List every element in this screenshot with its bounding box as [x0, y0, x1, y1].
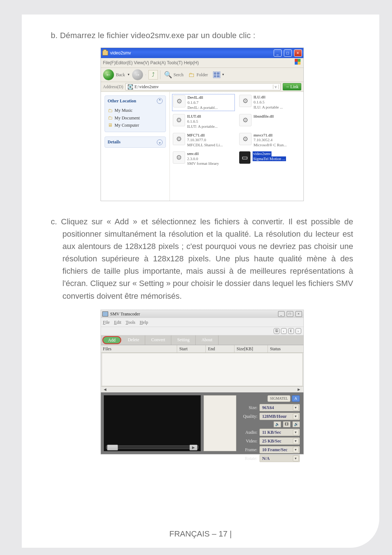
- menubar[interactable]: File(F)Editor(E) View(V) Pack(A) Tools(T…: [101, 58, 303, 68]
- scroll-left-icon[interactable]: ◄: [102, 387, 109, 392]
- folder-icon: [102, 50, 108, 56]
- tab-delete[interactable]: Delete: [122, 335, 145, 345]
- prev-icon[interactable]: ‹: [281, 328, 287, 334]
- col-size[interactable]: Size[KB]: [234, 345, 268, 352]
- dll-icon: ⚙: [173, 114, 185, 126]
- window-title: video2smv: [110, 51, 131, 55]
- chevron-down-icon[interactable]: ▾: [293, 456, 299, 461]
- folder-icon: 🗀: [108, 107, 113, 114]
- smv-menubar[interactable]: File Edit Tools Help: [101, 318, 303, 327]
- close-button[interactable]: ×: [295, 311, 302, 317]
- file-item-video2smv[interactable]: ▭ video2smvSigmaTel Motion ...: [239, 151, 301, 166]
- back-chevron-icon[interactable]: ▼: [127, 73, 130, 76]
- chevron-down-icon[interactable]: ▾: [293, 429, 299, 435]
- sigmatel-a-icon: A: [292, 395, 299, 402]
- address-label: Address(D): [103, 85, 123, 89]
- details-panel[interactable]: Details ⌄: [105, 136, 166, 148]
- side-item-music[interactable]: 🗀My Music: [108, 107, 163, 114]
- grid-body: [102, 353, 303, 386]
- other-location-panel[interactable]: Other Location ⌃ 🗀My Music 🗀My Document …: [105, 95, 166, 132]
- menu-tools[interactable]: Tools: [126, 319, 135, 326]
- address-input[interactable]: 💽 E:\video2smv v: [126, 83, 281, 90]
- col-start[interactable]: Start: [177, 345, 206, 352]
- next-icon[interactable]: ›: [295, 328, 301, 334]
- film-icon[interactable]: 🎞: [283, 421, 290, 427]
- folders-button[interactable]: 🗀 Folder: [187, 71, 209, 79]
- dll-icon: ⚙: [173, 95, 185, 107]
- chevron-down-icon[interactable]: ▾: [293, 438, 299, 444]
- col-status[interactable]: Status: [268, 345, 303, 352]
- size-select[interactable]: 96X64▾: [260, 404, 299, 411]
- seek-slider[interactable]: ▶: [106, 445, 199, 449]
- maximize-button[interactable]: □: [284, 49, 292, 57]
- file-item[interactable]: ⚙ msvcr71.dll7.10.3052.4Microsoft® C Run…: [239, 133, 301, 148]
- chevron-down-icon[interactable]: ▾: [293, 413, 299, 419]
- file-item[interactable]: ⚙ MFC71.dll7.10.3077.0MFCDLL Shared Li..…: [173, 133, 234, 148]
- chevron-down-icon[interactable]: ▾: [293, 447, 299, 453]
- app-icon: [102, 311, 108, 317]
- details-title: Details: [108, 139, 121, 145]
- lang-icon[interactable]: 🖻: [274, 328, 279, 334]
- file-item[interactable]: ⚙ libsndfile.dll: [239, 114, 301, 129]
- tab-convert[interactable]: Convert: [145, 335, 171, 345]
- scroll-right-icon[interactable]: ►: [295, 387, 303, 392]
- search-button[interactable]: 🔍 Serch: [163, 71, 185, 79]
- chevron-down-icon[interactable]: ▾: [293, 405, 299, 411]
- explorer-window: video2smv _ □ × File(F)Editor(E) View(V)…: [101, 48, 304, 201]
- lang-e-icon[interactable]: E: [288, 328, 294, 334]
- rotate-select[interactable]: N/A▾: [260, 455, 299, 462]
- tab-about[interactable]: About: [196, 335, 219, 345]
- go-label: Link: [290, 85, 299, 89]
- dll-icon: ⚙: [239, 95, 252, 107]
- dll-icon: ⚙: [239, 114, 252, 126]
- menu-edit[interactable]: Edit: [114, 319, 121, 326]
- minimize-button[interactable]: _: [278, 311, 285, 317]
- address-dropdown-icon[interactable]: v: [273, 85, 279, 89]
- col-files[interactable]: Files: [101, 345, 177, 352]
- video-label: Video:: [238, 439, 257, 443]
- side-item-computer[interactable]: 🖥My Computer: [108, 122, 163, 129]
- col-end[interactable]: End: [206, 345, 234, 352]
- side-item-label: My Document: [115, 115, 140, 121]
- folder-icon: 🗀: [188, 72, 195, 78]
- up-button[interactable]: ⤴: [148, 70, 158, 79]
- search-label: Serch: [173, 73, 183, 77]
- exe-icon: ▭: [239, 151, 250, 164]
- quality-label: Quality:: [238, 414, 257, 419]
- speaker-icon[interactable]: 🔊: [293, 421, 300, 427]
- side-item-document[interactable]: 🗀My Document: [108, 114, 163, 122]
- menubar-items[interactable]: File(F)Editor(E) View(V) Pack(A) Tools(T…: [103, 59, 199, 67]
- sigmatel-chip-icon: SIGMATEL: [268, 395, 290, 402]
- back-label: Back: [116, 73, 125, 77]
- expand-icon[interactable]: ⌄: [157, 139, 163, 145]
- file-item[interactable]: ⚙ ILUT.dll0.1.6.5ILUT: A portable...: [173, 114, 234, 129]
- view-button[interactable]: ▼: [212, 71, 226, 79]
- video-select[interactable]: 25 KB/Sec▾: [260, 437, 299, 445]
- tab-add[interactable]: Add: [102, 336, 122, 344]
- page-footer: FRANÇAIS – 17 |: [22, 529, 379, 539]
- slider-thumb[interactable]: [107, 445, 118, 450]
- go-button[interactable]: → Link: [283, 83, 301, 90]
- frame-label: Frame:: [238, 448, 257, 452]
- dll-icon: ⚙: [239, 133, 252, 145]
- file-item[interactable]: ⚙ ILU.dll0.1.6.5ILU: A portable ...: [239, 95, 301, 110]
- minimize-button[interactable]: _: [274, 49, 282, 57]
- audio-select[interactable]: 11 KB/Sec▾: [260, 429, 299, 436]
- close-button[interactable]: ×: [294, 49, 302, 57]
- frame-select[interactable]: 10 Frame/Sec▾: [260, 446, 299, 453]
- maximize-button[interactable]: □: [287, 311, 293, 317]
- quality-select[interactable]: 128MB/Hour▾: [260, 413, 299, 420]
- menu-file[interactable]: File: [103, 319, 110, 326]
- h-scrollbar[interactable]: ◄ ►: [101, 386, 303, 392]
- play-button[interactable]: ▶: [189, 445, 197, 450]
- file-item[interactable]: ⚙ DevIL.dll0.1.6.7DevIL: A portabl...: [173, 95, 234, 110]
- collapse-icon[interactable]: ⌃: [157, 98, 163, 104]
- back-button[interactable]: ←: [103, 69, 114, 80]
- titlebar: video2smv _ □ ×: [101, 48, 303, 58]
- tab-setting[interactable]: Setting: [171, 335, 196, 345]
- menu-help[interactable]: Help: [140, 319, 148, 326]
- file-grid: Files Start End Size[KB] Status ◄ ►: [101, 345, 303, 392]
- file-item[interactable]: ⚙ smv.dll2.3.0.0SMV format library: [173, 151, 234, 166]
- volume-icon[interactable]: 🔈: [274, 421, 281, 427]
- forward-button[interactable]: →: [132, 69, 143, 80]
